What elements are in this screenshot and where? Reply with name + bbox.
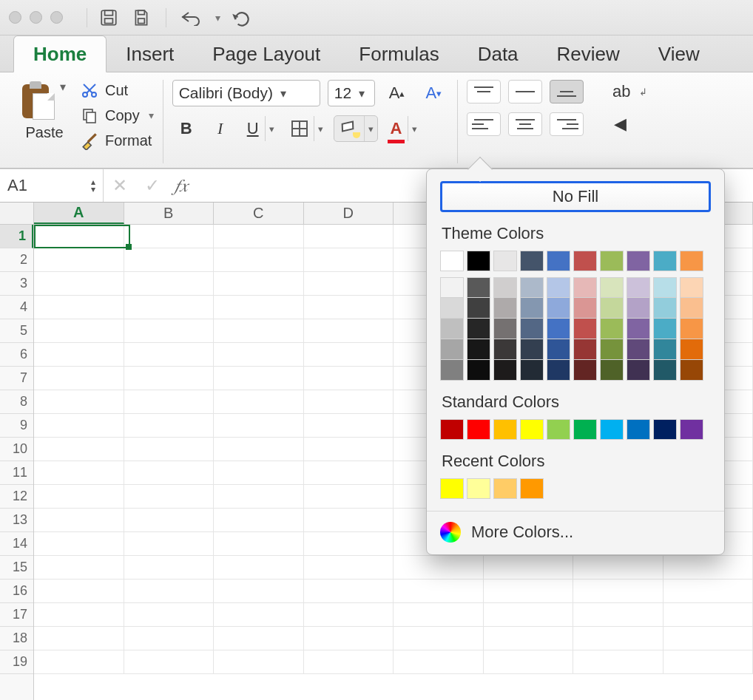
cell[interactable] bbox=[304, 461, 394, 484]
color-swatch[interactable] bbox=[547, 251, 570, 271]
minimize-window-icon[interactable] bbox=[30, 11, 42, 24]
color-swatch[interactable] bbox=[440, 339, 464, 360]
cell[interactable] bbox=[124, 556, 215, 579]
cell[interactable] bbox=[304, 343, 394, 366]
cell[interactable] bbox=[214, 390, 304, 413]
color-swatch[interactable] bbox=[680, 419, 703, 440]
chevron-down-icon[interactable]: ▾ bbox=[265, 116, 278, 141]
row-header[interactable]: 14 bbox=[0, 532, 33, 556]
cell[interactable] bbox=[394, 603, 484, 626]
row-header[interactable]: 2 bbox=[0, 248, 33, 272]
color-swatch[interactable] bbox=[600, 419, 624, 440]
color-swatch[interactable] bbox=[627, 339, 650, 360]
cell[interactable] bbox=[573, 580, 663, 602]
copy-dropdown-icon[interactable]: ▾ bbox=[149, 109, 154, 121]
cell[interactable] bbox=[214, 414, 304, 437]
color-swatch[interactable] bbox=[547, 319, 570, 339]
cell[interactable] bbox=[304, 367, 394, 390]
color-swatch[interactable] bbox=[493, 419, 517, 440]
cell[interactable] bbox=[124, 272, 215, 295]
color-swatch[interactable] bbox=[680, 360, 703, 381]
cell[interactable] bbox=[484, 580, 574, 602]
cell[interactable] bbox=[34, 414, 124, 437]
row-header[interactable]: 8 bbox=[0, 390, 33, 414]
increase-font-button[interactable]: A▴ bbox=[382, 80, 412, 106]
cell[interactable] bbox=[304, 603, 394, 626]
cell[interactable] bbox=[214, 272, 304, 295]
color-swatch[interactable] bbox=[493, 298, 517, 319]
cell[interactable] bbox=[304, 509, 394, 531]
cell[interactable] bbox=[304, 272, 394, 295]
row-header[interactable]: 18 bbox=[0, 627, 33, 650]
chevron-down-icon[interactable]: ▾ bbox=[408, 116, 421, 141]
color-swatch[interactable] bbox=[653, 360, 677, 381]
cell[interactable] bbox=[394, 627, 484, 650]
tab-formulas[interactable]: Formulas bbox=[340, 36, 458, 72]
color-swatch[interactable] bbox=[520, 360, 544, 381]
cell[interactable] bbox=[573, 556, 663, 579]
cell[interactable] bbox=[214, 367, 304, 390]
paste-dropdown-icon[interactable]: ▾ bbox=[56, 80, 70, 94]
cell[interactable] bbox=[214, 248, 304, 271]
color-swatch[interactable] bbox=[520, 319, 544, 339]
cell[interactable] bbox=[484, 627, 574, 650]
cell[interactable] bbox=[34, 438, 124, 461]
color-swatch[interactable] bbox=[440, 419, 464, 440]
font-name-select[interactable]: Calibri (Body)▾ bbox=[172, 80, 320, 106]
tab-home[interactable]: Home bbox=[13, 35, 107, 72]
color-swatch[interactable] bbox=[547, 360, 570, 381]
color-swatch[interactable] bbox=[600, 251, 624, 271]
cell[interactable] bbox=[124, 248, 215, 271]
color-swatch[interactable] bbox=[680, 251, 703, 271]
cell[interactable] bbox=[124, 603, 215, 626]
color-swatch[interactable] bbox=[440, 277, 464, 298]
color-swatch[interactable] bbox=[600, 277, 624, 298]
row-header[interactable]: 16 bbox=[0, 580, 33, 603]
cell[interactable] bbox=[484, 603, 574, 626]
cell[interactable] bbox=[304, 532, 394, 555]
cell[interactable] bbox=[124, 580, 215, 602]
cell[interactable] bbox=[304, 556, 394, 579]
color-swatch[interactable] bbox=[627, 319, 650, 339]
cell[interactable] bbox=[34, 603, 124, 626]
color-swatch[interactable] bbox=[573, 277, 597, 298]
cell[interactable] bbox=[124, 225, 215, 248]
underline-button[interactable]: U▾ bbox=[240, 115, 279, 142]
select-all-corner[interactable] bbox=[0, 203, 34, 225]
cell[interactable] bbox=[394, 650, 484, 673]
cell[interactable] bbox=[304, 248, 394, 271]
cell[interactable] bbox=[34, 650, 124, 673]
color-swatch[interactable] bbox=[467, 319, 490, 339]
cell[interactable] bbox=[214, 319, 304, 342]
cell[interactable] bbox=[124, 390, 215, 413]
color-swatch[interactable] bbox=[573, 419, 597, 440]
cell[interactable] bbox=[214, 461, 304, 484]
cell[interactable] bbox=[214, 650, 304, 673]
cell[interactable] bbox=[214, 603, 304, 626]
font-size-select[interactable]: 12▾ bbox=[328, 80, 375, 106]
row-header[interactable]: 7 bbox=[0, 367, 33, 390]
color-swatch[interactable] bbox=[573, 339, 597, 360]
cell[interactable] bbox=[214, 580, 304, 602]
cell[interactable] bbox=[124, 509, 215, 531]
cell[interactable] bbox=[304, 296, 394, 319]
row-header[interactable]: 3 bbox=[0, 272, 33, 296]
tab-insert[interactable]: Insert bbox=[107, 36, 193, 72]
color-swatch[interactable] bbox=[520, 339, 544, 360]
tab-page-layout[interactable]: Page Layout bbox=[193, 36, 340, 72]
cell[interactable] bbox=[214, 296, 304, 319]
color-swatch[interactable] bbox=[573, 319, 597, 339]
wrap-text-button[interactable]: ab↲ bbox=[606, 80, 650, 103]
cell[interactable] bbox=[34, 343, 124, 366]
cell[interactable] bbox=[663, 627, 754, 650]
cell[interactable] bbox=[124, 485, 215, 508]
row-header[interactable]: 17 bbox=[0, 603, 33, 627]
cell[interactable] bbox=[214, 225, 304, 248]
color-swatch[interactable] bbox=[493, 360, 517, 381]
color-swatch[interactable] bbox=[627, 251, 650, 271]
cell[interactable] bbox=[34, 390, 124, 413]
accept-formula-icon[interactable]: ✓ bbox=[136, 169, 169, 202]
cell[interactable] bbox=[304, 225, 394, 248]
row-header[interactable]: 10 bbox=[0, 438, 33, 461]
undo-icon[interactable] bbox=[180, 7, 202, 29]
